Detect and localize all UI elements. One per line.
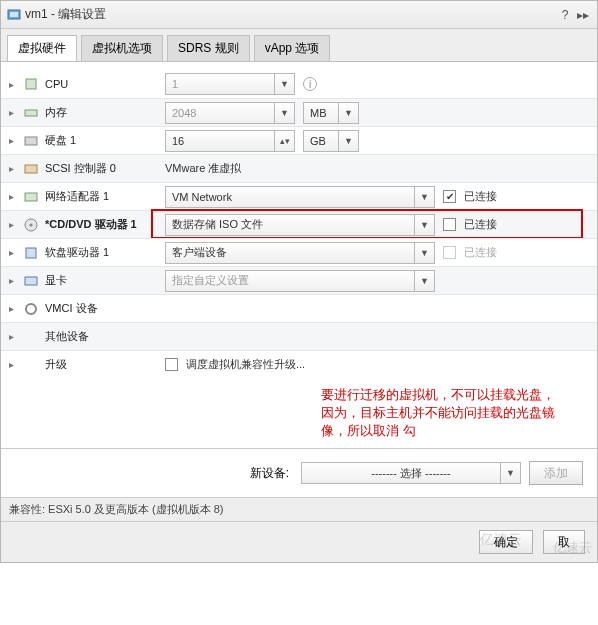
cddvd-connected-checkbox[interactable] bbox=[443, 218, 456, 231]
svg-rect-2 bbox=[26, 79, 36, 89]
scsi-label: SCSI 控制器 0 bbox=[45, 161, 165, 176]
disk-input[interactable]: 16▴▾ bbox=[165, 130, 295, 152]
dialog-title: vm1 - 编辑设置 bbox=[25, 6, 555, 23]
svg-rect-4 bbox=[25, 137, 37, 145]
expander-icon[interactable]: ▸ bbox=[9, 191, 19, 202]
upgrade-label: 升级 bbox=[45, 357, 165, 372]
svg-rect-3 bbox=[25, 110, 37, 116]
new-device-bar: 新设备: ------- 选择 -------▼ 添加 bbox=[1, 448, 597, 497]
row-memory: ▸ 内存 2048▼ MB▼ bbox=[1, 98, 597, 126]
video-icon bbox=[23, 273, 39, 289]
chevron-down-icon: ▼ bbox=[414, 215, 434, 235]
vmci-icon bbox=[23, 301, 39, 317]
other-label: 其他设备 bbox=[45, 329, 165, 344]
network-connected-checkbox[interactable]: ✔ bbox=[443, 190, 456, 203]
upgrade-icon bbox=[23, 357, 39, 373]
expander-icon[interactable]: ▸ bbox=[9, 359, 19, 370]
tab-vm-options[interactable]: 虚拟机选项 bbox=[81, 35, 163, 61]
chevron-down-icon: ▼ bbox=[338, 131, 358, 151]
network-connected-label: 已连接 bbox=[464, 189, 497, 204]
row-upgrade: ▸ 升级 调度虚拟机兼容性升级... bbox=[1, 350, 597, 378]
row-floppy: ▸ 软盘驱动器 1 客户端设备▼ 已连接 bbox=[1, 238, 597, 266]
migration-annotation: 要进行迁移的虚拟机，不可以挂载光盘，因为，目标主机并不能访问挂载的光盘镜像，所以… bbox=[1, 378, 597, 448]
chevron-down-icon: ▼ bbox=[500, 463, 520, 483]
memory-unit-select[interactable]: MB▼ bbox=[303, 102, 359, 124]
floppy-icon bbox=[23, 245, 39, 261]
chevron-down-icon: ▼ bbox=[338, 103, 358, 123]
svg-point-11 bbox=[26, 304, 36, 314]
cd-icon bbox=[23, 217, 39, 233]
upgrade-checkbox[interactable] bbox=[165, 358, 178, 371]
help-icon[interactable]: ? bbox=[557, 7, 573, 23]
row-other: ▸ 其他设备 bbox=[1, 322, 597, 350]
floppy-connected-label: 已连接 bbox=[464, 245, 497, 260]
row-scsi: ▸ SCSI 控制器 0 VMware 准虚拟 bbox=[1, 154, 597, 182]
row-network: ▸ 网络适配器 1 VM Network▼ ✔ 已连接 bbox=[1, 182, 597, 210]
chevron-down-icon: ▼ bbox=[414, 271, 434, 291]
tab-bar: 虚拟硬件 虚拟机选项 SDRS 规则 vApp 选项 bbox=[1, 29, 597, 62]
hardware-panel: ▸ CPU 1▼ i ▸ 内存 2048▼ MB▼ ▸ 硬盘 1 16▴▾ GB… bbox=[1, 62, 597, 448]
compatibility-text: 兼容性: ESXi 5.0 及更高版本 (虚拟机版本 8) bbox=[1, 497, 597, 521]
expander-icon[interactable]: ▸ bbox=[9, 107, 19, 118]
svg-text:亿速云: 亿速云 bbox=[480, 531, 522, 547]
new-device-label: 新设备: bbox=[250, 465, 289, 482]
tab-hardware[interactable]: 虚拟硬件 bbox=[7, 35, 77, 61]
memory-icon bbox=[23, 105, 39, 121]
other-icon bbox=[23, 329, 39, 345]
edit-settings-dialog: vm1 - 编辑设置 ? ▸▸ 虚拟硬件 虚拟机选项 SDRS 规则 vApp … bbox=[0, 0, 598, 563]
svg-rect-6 bbox=[25, 193, 37, 201]
vmci-label: VMCI 设备 bbox=[45, 301, 165, 316]
svg-rect-9 bbox=[26, 248, 36, 258]
row-vmci: ▸ VMCI 设备 bbox=[1, 294, 597, 322]
spinner-icon: ▴▾ bbox=[274, 131, 294, 151]
floppy-connected-checkbox bbox=[443, 246, 456, 259]
chevron-down-icon: ▼ bbox=[414, 187, 434, 207]
expander-icon[interactable]: ▸ bbox=[9, 135, 19, 146]
expander-icon[interactable]: ▸ bbox=[9, 163, 19, 174]
expander-icon[interactable]: ▸ bbox=[9, 247, 19, 258]
disk-icon bbox=[23, 133, 39, 149]
floppy-select[interactable]: 客户端设备▼ bbox=[165, 242, 435, 264]
titlebar: vm1 - 编辑设置 ? ▸▸ bbox=[1, 1, 597, 29]
memory-input[interactable]: 2048▼ bbox=[165, 102, 295, 124]
cddvd-connected-label: 已连接 bbox=[464, 217, 497, 232]
tab-sdrs[interactable]: SDRS 规则 bbox=[167, 35, 250, 61]
cpu-select[interactable]: 1▼ bbox=[165, 73, 295, 95]
network-label: 网络适配器 1 bbox=[45, 189, 165, 204]
expand-icon[interactable]: ▸▸ bbox=[575, 7, 591, 23]
svg-point-8 bbox=[30, 223, 33, 226]
upgrade-checkbox-label: 调度虚拟机兼容性升级... bbox=[186, 357, 305, 372]
disk-label: 硬盘 1 bbox=[45, 133, 165, 148]
cpu-label: CPU bbox=[45, 78, 165, 90]
cddvd-select[interactable]: 数据存储 ISO 文件▼ bbox=[165, 214, 435, 236]
row-video: ▸ 显卡 指定自定义设置▼ bbox=[1, 266, 597, 294]
cpu-icon bbox=[23, 76, 39, 92]
row-cddvd: ▸ *CD/DVD 驱动器 1 数据存储 ISO 文件▼ 已连接 bbox=[1, 210, 597, 238]
new-device-select[interactable]: ------- 选择 -------▼ bbox=[301, 462, 521, 484]
svg-rect-10 bbox=[25, 277, 37, 285]
svg-rect-5 bbox=[25, 165, 37, 173]
expander-icon[interactable]: ▸ bbox=[9, 275, 19, 286]
chevron-down-icon: ▼ bbox=[414, 243, 434, 263]
chevron-down-icon: ▼ bbox=[274, 74, 294, 94]
cddvd-label: *CD/DVD 驱动器 1 bbox=[45, 217, 165, 232]
expander-icon[interactable]: ▸ bbox=[9, 331, 19, 342]
add-device-button[interactable]: 添加 bbox=[529, 461, 583, 485]
svg-rect-1 bbox=[10, 12, 18, 17]
network-icon bbox=[23, 189, 39, 205]
tab-vapp[interactable]: vApp 选项 bbox=[254, 35, 331, 61]
row-cpu: ▸ CPU 1▼ i bbox=[1, 70, 597, 98]
memory-label: 内存 bbox=[45, 105, 165, 120]
floppy-label: 软盘驱动器 1 bbox=[45, 245, 165, 260]
video-select[interactable]: 指定自定义设置▼ bbox=[165, 270, 435, 292]
chevron-down-icon: ▼ bbox=[274, 103, 294, 123]
expander-icon[interactable]: ▸ bbox=[9, 219, 19, 230]
expander-icon[interactable]: ▸ bbox=[9, 79, 19, 90]
network-select[interactable]: VM Network▼ bbox=[165, 186, 435, 208]
info-icon[interactable]: i bbox=[303, 77, 317, 91]
watermark: 亿速云 亿速云 bbox=[480, 524, 592, 557]
scsi-value: VMware 准虚拟 bbox=[165, 161, 241, 176]
expander-icon[interactable]: ▸ bbox=[9, 303, 19, 314]
disk-unit-select[interactable]: GB▼ bbox=[303, 130, 359, 152]
vm-icon bbox=[7, 8, 21, 22]
